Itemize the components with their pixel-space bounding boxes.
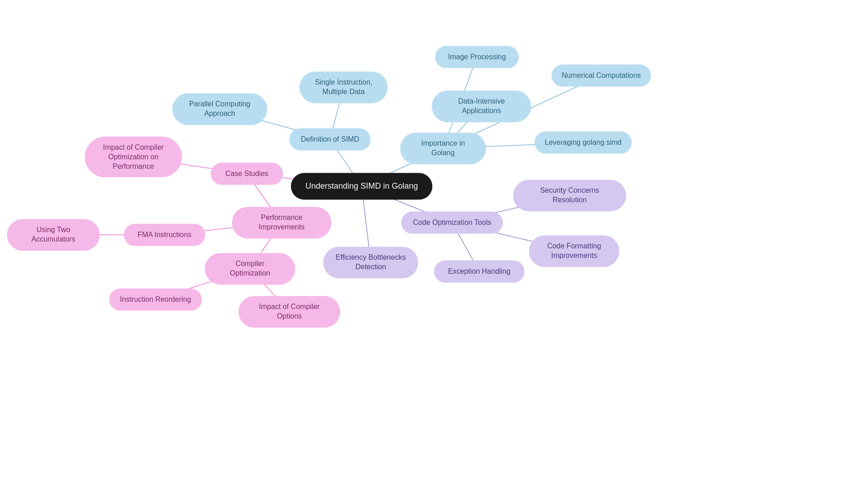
numerical-computations-node[interactable]: Numerical Computations bbox=[552, 65, 651, 87]
definition-simd-node[interactable]: Definition of SIMD bbox=[289, 128, 371, 151]
performance-improvements-node[interactable]: Performance Improvements bbox=[232, 207, 331, 238]
impact-compiler-options-node[interactable]: Impact of Compiler Options bbox=[239, 296, 340, 328]
efficiency-bottlenecks-node[interactable]: Efficiency Bottlenecks Detection bbox=[323, 247, 418, 278]
impact-compiler-perf-node[interactable]: Impact of Compiler Optimization on Perfo… bbox=[85, 137, 182, 177]
exception-handling-node[interactable]: Exception Handling bbox=[434, 261, 524, 283]
instruction-reordering-node[interactable]: Instruction Reordering bbox=[109, 289, 202, 311]
security-concerns-node[interactable]: Security Concerns Resolution bbox=[513, 180, 626, 211]
fma-instructions-node[interactable]: FMA Instructions bbox=[124, 224, 205, 246]
data-intensive-node[interactable]: Data-Intensive Applications bbox=[432, 90, 531, 122]
leveraging-simd-node[interactable]: Leveraging golang simd bbox=[535, 132, 632, 154]
parallel-computing-node[interactable]: Parallel Computing Approach bbox=[172, 93, 267, 125]
image-processing-node[interactable]: Image Processing bbox=[435, 46, 519, 68]
using-two-accumulators-node[interactable]: Using Two Accumulators bbox=[7, 219, 100, 251]
importance-golang-node[interactable]: Importance in Golang bbox=[400, 133, 486, 164]
single-instruction-node[interactable]: Single Instruction, Multiple Data bbox=[300, 71, 388, 103]
compiler-optimization-node[interactable]: Compiler Optimization bbox=[205, 253, 295, 285]
center-node[interactable]: Understanding SIMD in Golang bbox=[291, 173, 432, 200]
code-formatting-node[interactable]: Code Formatting Improvements bbox=[529, 235, 619, 267]
code-optimization-tools-node[interactable]: Code Optimization Tools bbox=[401, 212, 503, 234]
case-studies-node[interactable]: Case Studies bbox=[211, 163, 283, 185]
